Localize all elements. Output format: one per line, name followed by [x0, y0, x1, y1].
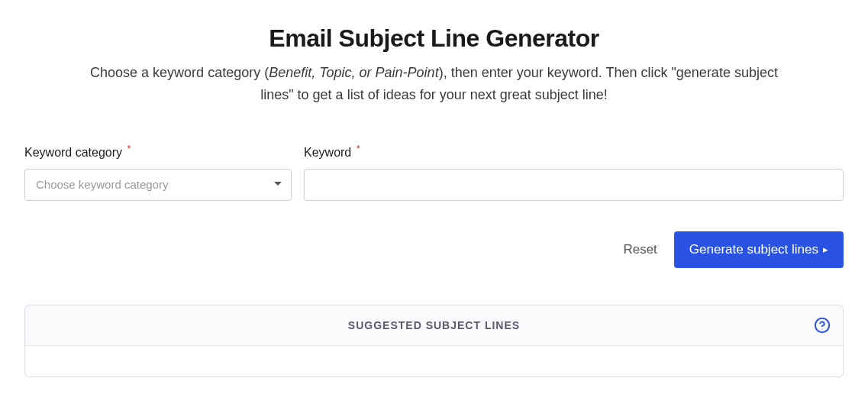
- svg-point-1: [821, 328, 822, 329]
- page-title: Email Subject Line Generator: [24, 24, 844, 53]
- page-subtitle: Choose a keyword category (Benefit, Topi…: [83, 62, 786, 106]
- header: Email Subject Line Generator Choose a ke…: [24, 24, 844, 106]
- category-select-wrapper: Choose keyword category: [24, 169, 292, 201]
- reset-button[interactable]: Reset: [618, 234, 661, 265]
- keyword-input[interactable]: [304, 169, 844, 201]
- subtitle-text-italic: Benefit, Topic, or Pain-Point: [269, 65, 438, 80]
- results-header: SUGGESTED SUBJECT LINES: [25, 305, 843, 346]
- results-panel: SUGGESTED SUBJECT LINES: [24, 305, 844, 377]
- keyword-label: Keyword *: [304, 143, 844, 160]
- form-row: Keyword category * Choose keyword catego…: [24, 143, 844, 201]
- subtitle-text-prefix: Choose a keyword category (: [90, 65, 269, 80]
- generate-button-label: Generate subject lines: [689, 242, 818, 257]
- field-group-category: Keyword category * Choose keyword catego…: [24, 143, 292, 201]
- required-mark: *: [127, 143, 131, 154]
- help-icon[interactable]: [814, 317, 831, 334]
- required-mark: *: [357, 143, 360, 154]
- keyword-label-text: Keyword: [304, 146, 351, 159]
- caret-right-icon: ▸: [823, 244, 828, 254]
- generate-button[interactable]: Generate subject lines ▸: [674, 231, 844, 268]
- category-label-text: Keyword category: [24, 146, 122, 159]
- category-select[interactable]: Choose keyword category: [24, 169, 292, 201]
- results-body: [25, 346, 843, 376]
- category-label: Keyword category *: [24, 143, 292, 160]
- actions-row: Reset Generate subject lines ▸: [24, 231, 844, 268]
- field-group-keyword: Keyword *: [304, 143, 844, 201]
- results-title: SUGGESTED SUBJECT LINES: [37, 319, 831, 331]
